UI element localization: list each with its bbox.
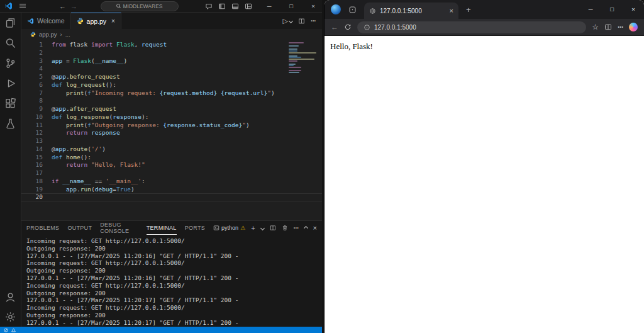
code-line[interactable]: 14@app.route('/') xyxy=(21,145,322,154)
terminal-line: Outgoing response: 200 xyxy=(26,290,322,297)
line-number: 16 xyxy=(21,161,52,169)
minimize-button[interactable]: ─ xyxy=(260,0,278,13)
code-line[interactable]: 1from flask import Flask, request xyxy=(21,41,322,49)
back-arrow-icon[interactable]: ← xyxy=(59,0,66,13)
back-button[interactable]: ← xyxy=(331,23,338,31)
browser-tab-title: 127.0.0.1:5000 xyxy=(380,8,446,14)
more-actions-icon[interactable]: ··· xyxy=(311,17,316,25)
terminal-profile[interactable]: python ⚠ xyxy=(213,225,245,231)
terminal-line: 127.0.0.1 - - [27/Mar/2025 11:20:17] "GE… xyxy=(26,296,322,304)
minimap-line xyxy=(289,67,301,68)
terminal-output[interactable]: Incoming request: GET http://127.0.0.1:5… xyxy=(21,235,322,327)
tab-favicon-globe-icon xyxy=(369,8,376,14)
tab-label: app.py xyxy=(87,18,107,25)
code-text: from flask import Flask, request xyxy=(52,41,167,49)
address-text: 127.0.0.1:5000 xyxy=(374,24,416,31)
minimap-line xyxy=(289,60,297,62)
tab-close-icon[interactable]: × xyxy=(450,7,453,14)
address-bar[interactable]: 127.0.0.1:5000 xyxy=(357,21,586,33)
code-line[interactable]: 19 app.run(debug=True) xyxy=(21,186,322,194)
minimap-line xyxy=(289,45,299,47)
code-line[interactable]: 15def home(): xyxy=(21,154,322,162)
refresh-button[interactable] xyxy=(344,23,352,31)
code-line[interactable]: 12 return response xyxy=(21,129,322,137)
toggle-sidebar-icon[interactable] xyxy=(218,3,226,10)
extensions-icon[interactable] xyxy=(4,98,16,110)
terminal-dropdown-icon[interactable] xyxy=(260,225,265,230)
settings-more-icon[interactable]: ··· xyxy=(618,23,623,31)
code-line[interactable]: 3app = Flask(__name__) xyxy=(21,57,322,65)
warning-icon: ⚠ xyxy=(240,225,245,231)
code-line[interactable]: 10def log_response(response): xyxy=(21,113,322,121)
minimize-button[interactable]: ─ xyxy=(580,0,601,19)
profile-avatar-icon[interactable] xyxy=(331,4,341,14)
kill-terminal-icon[interactable] xyxy=(282,225,288,231)
site-info-icon[interactable] xyxy=(364,24,370,31)
terminal-line: 127.0.0.1 - - [27/Mar/2025 11:20:16] "GE… xyxy=(26,274,322,282)
close-button[interactable]: × xyxy=(304,0,322,13)
code-line[interactable]: 17 xyxy=(21,169,322,178)
panel-tab-ports[interactable]: PORTS xyxy=(185,221,205,235)
panel-more-icon[interactable]: ··· xyxy=(294,224,299,232)
code-editor[interactable]: 1from flask import Flask, request23app =… xyxy=(21,39,322,220)
line-number: 9 xyxy=(21,105,52,113)
tab-welcome[interactable]: Welcome xyxy=(21,13,71,29)
customize-layout-icon[interactable] xyxy=(245,3,252,10)
vscode-logo-icon xyxy=(4,2,13,10)
run-debug-icon[interactable] xyxy=(4,77,16,89)
favorites-star-icon[interactable]: ☆ xyxy=(592,23,599,31)
browser-window: 127.0.0.1:5000 × + ─ □ × ← 127.0.0.1:500… xyxy=(325,0,644,333)
code-line[interactable]: 6def log_request(): xyxy=(21,81,322,89)
code-line[interactable]: 2 xyxy=(21,49,322,57)
account-icon[interactable] xyxy=(4,291,16,303)
run-python-file-button[interactable]: ▷ xyxy=(283,17,292,25)
search-icon[interactable] xyxy=(4,37,16,49)
breadcrumb[interactable]: app.py › ... xyxy=(21,29,322,39)
code-line[interactable]: 18if __name__ == '__main__': xyxy=(21,178,322,186)
tab-actions-icon[interactable] xyxy=(348,6,357,14)
tab-close-icon[interactable]: × xyxy=(111,18,115,25)
source-control-icon[interactable] xyxy=(4,57,16,69)
code-line[interactable]: 5@app.before_request xyxy=(21,73,322,81)
testing-icon[interactable] xyxy=(4,118,16,130)
line-number: 18 xyxy=(21,178,52,186)
close-button[interactable]: × xyxy=(623,0,644,19)
code-line[interactable]: 20 xyxy=(21,193,322,201)
panel-tab-problems[interactable]: PROBLEMS xyxy=(26,221,59,235)
line-number: 6 xyxy=(21,81,52,89)
code-line[interactable]: 8 xyxy=(21,97,322,105)
panel-tab-debug-console[interactable]: DEBUG CONSOLE xyxy=(100,221,138,235)
code-line[interactable]: 13 xyxy=(21,137,322,145)
minimap[interactable] xyxy=(289,42,319,74)
split-screen-icon[interactable] xyxy=(604,23,612,31)
browser-tab[interactable]: 127.0.0.1:5000 × xyxy=(364,3,458,19)
code-text: print(f"Outgoing response: {response.sta… xyxy=(52,121,250,130)
line-number: 5 xyxy=(21,73,52,81)
new-terminal-icon[interactable]: + xyxy=(251,224,255,232)
split-terminal-icon[interactable] xyxy=(270,225,276,231)
forward-arrow-icon[interactable]: → xyxy=(70,0,77,13)
chat-icon[interactable] xyxy=(205,3,213,10)
close-panel-icon[interactable]: × xyxy=(313,224,317,232)
tab-app-py[interactable]: app.py × xyxy=(71,13,121,29)
maximize-panel-icon[interactable] xyxy=(304,225,308,230)
status-errors-icon xyxy=(4,328,8,332)
panel-tab-terminal[interactable]: TERMINAL xyxy=(147,221,177,235)
status-bar[interactable] xyxy=(0,327,322,333)
explorer-icon[interactable] xyxy=(4,17,16,29)
menu-icon[interactable] xyxy=(19,6,26,6)
code-line[interactable]: 11 print(f"Outgoing response: {response.… xyxy=(21,121,322,130)
command-center-search[interactable]: MIDDLEWARES xyxy=(101,1,179,11)
split-editor-icon[interactable] xyxy=(298,18,305,25)
maximize-button[interactable]: □ xyxy=(282,0,300,13)
settings-gear-icon[interactable] xyxy=(4,311,16,323)
toggle-panel-icon[interactable] xyxy=(231,3,239,10)
code-line[interactable]: 9@app.after_request xyxy=(21,105,322,113)
new-tab-button[interactable]: + xyxy=(466,5,471,14)
copilot-icon[interactable] xyxy=(629,23,638,31)
code-line[interactable]: 16 return "Hello, Flask!" xyxy=(21,161,322,169)
panel-tab-output[interactable]: OUTPUT xyxy=(67,221,92,235)
code-line[interactable]: 4 xyxy=(21,65,322,73)
maximize-button[interactable]: □ xyxy=(601,0,623,19)
code-line[interactable]: 7 print(f"Incoming request: {request.met… xyxy=(21,89,322,98)
